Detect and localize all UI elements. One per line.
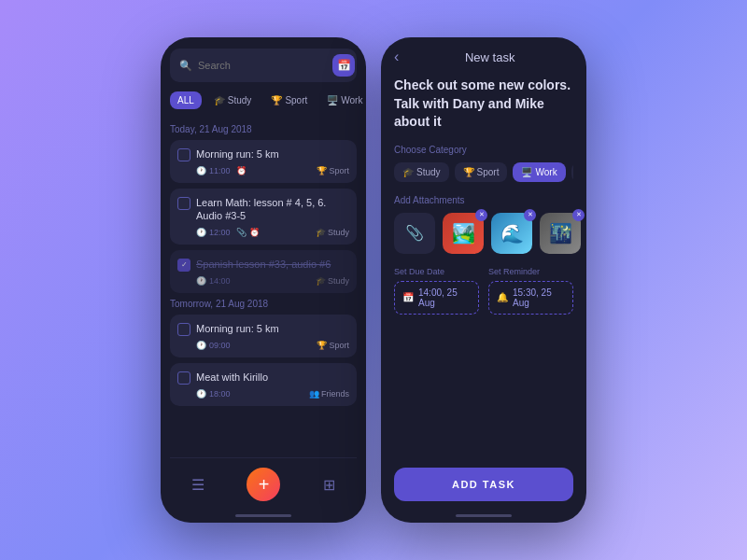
- study-cat-label: Study: [416, 167, 441, 177]
- due-date-value: 14:00, 25 Aug: [418, 287, 471, 308]
- task-time: 🕐 12:00 📎 ⏰: [196, 228, 260, 237]
- calendar-button[interactable]: 📅: [332, 54, 355, 77]
- category-icon: 🏆: [317, 341, 327, 350]
- attachment-image-1: 🏞️ ✕: [443, 213, 484, 254]
- due-date-label: Set Due Date: [394, 267, 479, 276]
- sport-cat-icon: 🏆: [463, 167, 474, 177]
- task-time: 🕐 18:00: [196, 389, 231, 399]
- attachment-image-3: 🌃 ✕: [540, 213, 581, 254]
- task-title: Meat with Kirillo: [196, 371, 349, 384]
- grid-icon: ⊞: [323, 476, 335, 494]
- study-icon: 🎓: [214, 95, 225, 105]
- clock-icon: 🕐: [196, 276, 206, 286]
- task-card: Morning run: 5 km 🕐 09:00 🏆 Sport: [170, 315, 357, 357]
- filter-tab-all[interactable]: ALL: [170, 91, 202, 109]
- screen-title: New task: [406, 50, 573, 64]
- filter-work-label: Work: [341, 95, 362, 105]
- sport-icon: 🏆: [271, 95, 282, 105]
- filter-study-label: Study: [228, 95, 252, 105]
- paperclip-icon: 📎: [405, 224, 424, 242]
- task-time: 🕐 09:00: [196, 341, 231, 350]
- filter-tab-study[interactable]: 🎓 Study: [206, 91, 260, 109]
- filter-all-label: ALL: [177, 95, 194, 105]
- left-screen: 🔍 📅 ALL 🎓 Study 🏆 Sport 🖥️: [161, 37, 366, 523]
- filter-tabs: ALL 🎓 Study 🏆 Sport 🖥️ Work: [170, 91, 357, 109]
- category-icon: 🎓: [316, 276, 326, 286]
- clock-icon: 🕐: [196, 228, 206, 237]
- reminder-field: Set Reminder 🔔 15:30, 25 Aug: [488, 267, 573, 315]
- add-attachments-label: Add Attachments: [394, 195, 573, 205]
- work-icon: 🖥️: [327, 95, 338, 105]
- attachments-row: 📎 🏞️ ✕ 🌊 ✕ 🌃 ✕: [394, 213, 573, 254]
- cat-chip-work[interactable]: 🖥️ Work: [513, 162, 565, 182]
- category-icon: 🎓: [316, 228, 326, 237]
- task-time: 🕐 11:00 ⏰: [196, 166, 247, 175]
- task-category: 🏆 Sport: [317, 166, 349, 175]
- add-task-button[interactable]: +: [247, 468, 280, 501]
- task-checkbox[interactable]: [177, 371, 190, 385]
- task-title: Learn Math: lesson # 4, 5, 6. Audio #3-5: [196, 196, 349, 223]
- clock-icon: 🕐: [196, 166, 206, 175]
- task-title: Morning run: 5 km: [196, 322, 349, 335]
- search-icon: 🔍: [179, 60, 192, 72]
- clock-icon: 🕐: [196, 341, 206, 350]
- attachment-image-2: 🌊 ✕: [491, 213, 532, 254]
- reminder-label: Set Reminder: [488, 267, 573, 276]
- due-date-pill[interactable]: 📅 14:00, 25 Aug: [394, 281, 479, 315]
- task-checkbox[interactable]: [177, 148, 190, 161]
- task-category: 👥 Friends: [309, 389, 349, 399]
- task-title: Morning run: 5 km: [196, 147, 349, 161]
- alarm-icon: ⏰: [236, 166, 247, 175]
- task-checkbox[interactable]: ✓: [177, 259, 190, 272]
- plus-icon: +: [259, 474, 270, 496]
- remove-attachment-3[interactable]: ✕: [572, 209, 585, 221]
- bottom-nav: ☰ + ⊞: [170, 457, 357, 514]
- search-bar: 🔍 📅: [170, 49, 357, 82]
- task-card: Morning run: 5 km 🕐 11:00 ⏰ 🏆 Sport: [170, 140, 357, 183]
- right-header: ‹ New task: [394, 49, 573, 65]
- tasks-list: Today, 21 Aug 2018 Morning run: 5 km 🕐 1…: [170, 119, 357, 452]
- task-category: 🏆 Sport: [317, 341, 349, 350]
- task-time: 🕐 14:00: [196, 276, 231, 286]
- category-chips: 🎓 Study 🏆 Sport 🖥️ Work 👥 Fri...: [394, 162, 573, 182]
- add-attachment-button[interactable]: 📎: [394, 213, 435, 254]
- add-task-button[interactable]: ADD TASK: [394, 468, 573, 501]
- task-checkbox[interactable]: [177, 197, 190, 210]
- bell-icon: 🔔: [497, 292, 508, 302]
- cat-chip-sport[interactable]: 🏆 Sport: [455, 162, 508, 182]
- remove-attachment-1[interactable]: ✕: [475, 209, 487, 221]
- filter-tab-work[interactable]: 🖥️ Work: [319, 91, 366, 109]
- category-icon: 🏆: [317, 166, 327, 175]
- choose-category-label: Choose Category: [394, 145, 573, 155]
- study-cat-icon: 🎓: [402, 167, 414, 177]
- task-card: Learn Math: lesson # 4, 5, 6. Audio #3-5…: [170, 189, 357, 245]
- work-cat-icon: 🖥️: [521, 167, 532, 177]
- menu-button[interactable]: ☰: [191, 476, 204, 494]
- due-date-field: Set Due Date 📅 14:00, 25 Aug: [394, 267, 479, 315]
- filter-tab-sport[interactable]: 🏆 Sport: [263, 91, 315, 109]
- date-label-tomorrow: Tomorrow, 21 Aug 2018: [170, 299, 357, 309]
- back-button[interactable]: ‹: [394, 49, 399, 65]
- cat-chip-study[interactable]: 🎓 Study: [394, 162, 449, 182]
- remove-attachment-2[interactable]: ✕: [524, 209, 536, 221]
- task-category: 🎓 Study: [316, 228, 349, 237]
- alarm-icon: ⏰: [249, 228, 260, 237]
- search-input[interactable]: [198, 60, 327, 71]
- category-icon: 👥: [309, 389, 319, 399]
- task-card-completed: ✓ Spanish lesson #33, audio #6 🕐 14:00 🎓…: [170, 250, 357, 293]
- work-cat-label: Work: [535, 167, 557, 177]
- home-indicator: [235, 514, 291, 517]
- task-title-completed: Spanish lesson #33, audio #6: [196, 258, 349, 271]
- grid-button[interactable]: ⊞: [323, 476, 335, 494]
- reminder-pill[interactable]: 🔔 15:30, 25 Aug: [488, 281, 573, 315]
- home-indicator-right: [456, 514, 512, 517]
- screens-wrapper: 🔍 📅 ALL 🎓 Study 🏆 Sport 🖥️: [161, 37, 586, 523]
- date-reminder-row: Set Due Date 📅 14:00, 25 Aug Set Reminde…: [394, 267, 573, 315]
- task-card: Meat with Kirillo 🕐 18:00 👥 Friends: [170, 363, 357, 406]
- right-screen: ‹ New task Check out some new colors. Ta…: [381, 37, 586, 523]
- task-checkbox[interactable]: [177, 323, 190, 336]
- task-description: Check out some new colors. Talk with Dan…: [394, 77, 573, 132]
- cat-chip-friends[interactable]: 👥 Fri...: [571, 162, 573, 182]
- calendar-icon: 📅: [402, 292, 414, 302]
- task-category: 🎓 Study: [316, 276, 349, 286]
